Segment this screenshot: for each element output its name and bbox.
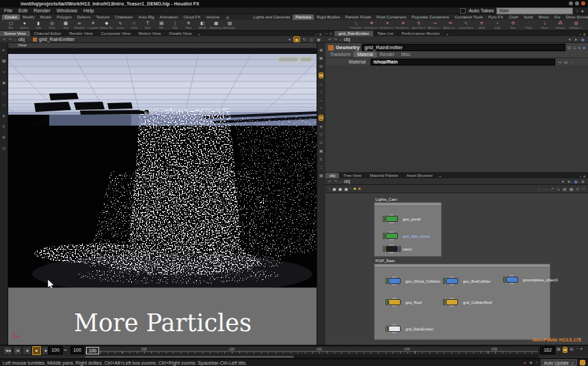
memory-status-icon[interactable]	[580, 360, 585, 365]
close-button[interactable]	[581, 1, 585, 5]
shelf-tool-button[interactable]: ✛Rivet	[182, 20, 196, 30]
transport-button[interactable]: ◀	[23, 346, 31, 355]
menu-file[interactable]: File	[4, 8, 12, 14]
menu-render[interactable]: Render	[34, 8, 51, 14]
render-flag[interactable]	[401, 299, 403, 305]
material-path-field[interactable]	[371, 59, 555, 66]
path-dropdown-icon[interactable]: ▾	[568, 37, 572, 42]
transport-button[interactable]: |◀◀	[3, 346, 12, 355]
shelf-tool-button[interactable]: ○Circle	[127, 20, 141, 30]
shelf-tool-button[interactable]: ·Point	[521, 20, 537, 30]
pane-tab[interactable]: Channel Editor	[30, 31, 66, 36]
network-tool-icon[interactable]: ■	[358, 186, 361, 191]
toolbar-icon[interactable]: ▦	[2, 59, 6, 64]
help-icon[interactable]: ●	[578, 46, 581, 50]
back-icon[interactable]: ↶	[328, 37, 332, 42]
shelf-tab[interactable]: Solid	[521, 14, 535, 20]
shelf-tool-button[interactable]: ｜Null	[168, 20, 182, 30]
display-flag[interactable]	[386, 299, 388, 305]
pane-tab[interactable]: Tree View	[339, 173, 366, 178]
network-tool-icon[interactable]: □	[582, 186, 585, 191]
refresh-icon[interactable]: ↻	[302, 37, 307, 42]
shelf-tool-button[interactable]: ＼Fireworks	[348, 20, 364, 30]
shelf-tool-button[interactable]: ↯Axis Force	[411, 20, 427, 30]
shelf-tool-button[interactable]: ▤File	[155, 20, 168, 30]
shelf-tool-button[interactable]: ≈Drag	[490, 20, 505, 30]
network-node[interactable]: grid_light_boxes	[383, 232, 430, 240]
shelf-tool-button[interactable]: ◍Collision I...	[568, 20, 584, 30]
range-start-field[interactable]: 100	[70, 346, 84, 354]
network-node[interactable]: grid_ColliderRoof	[443, 298, 492, 306]
take-select[interactable]: Main	[496, 8, 573, 14]
shelf-tool-button[interactable]: ↬Attract to...	[442, 20, 458, 30]
network-tool-icon[interactable]: ↗	[550, 186, 554, 191]
toolbar-icon[interactable]: ◇	[2, 102, 5, 107]
takes-menu-icon[interactable]: ◈	[580, 8, 584, 13]
network-node[interactable]: geo_Ghost_Collision	[386, 277, 440, 285]
menu-help[interactable]: Help	[83, 8, 94, 14]
network-tool-icon[interactable]: ↘	[557, 186, 560, 191]
op-chooser-icon[interactable]: ⊡	[564, 59, 567, 64]
range-end-field[interactable]: 162	[540, 346, 555, 354]
pane-tab[interactable]: Composite View	[97, 31, 135, 36]
toolbar-icon[interactable]: ◉	[2, 81, 5, 85]
pane-tab[interactable]: Material Palette	[366, 173, 403, 178]
pane-pin-icon[interactable]: ▪	[327, 31, 328, 36]
shelf-tool-button[interactable]: ▮Tube	[31, 20, 45, 30]
node-icon[interactable]	[386, 246, 398, 252]
shelf-tab[interactable]: Cloth	[506, 14, 521, 20]
render-flag[interactable]	[459, 299, 461, 305]
parameter-tab[interactable]: Material	[353, 51, 376, 57]
shelf-tab[interactable]: Model	[38, 14, 54, 20]
display-flag[interactable]	[443, 299, 445, 305]
shelf-tool-button[interactable]: ▩Geometry...	[209, 20, 223, 30]
path-dropdown-icon[interactable]: ▾	[561, 179, 565, 184]
render-flag[interactable]	[399, 246, 401, 252]
pane-tab[interactable]: Take List	[373, 31, 398, 36]
network-tool-icon[interactable]: ▣	[332, 186, 336, 191]
shelf-tool-button[interactable]: ≋Wind	[474, 20, 490, 30]
shelf-tool-button[interactable]: ▦Grid	[59, 20, 72, 30]
audio-icon[interactable]: ◄	[529, 361, 533, 365]
display-option-icon[interactable]: *	[320, 107, 321, 111]
toolbar-icon[interactable]: □	[3, 92, 5, 96]
toolbar-icon[interactable]: ▲	[2, 113, 6, 118]
menu-windows[interactable]: Windows	[57, 8, 77, 14]
shelf-tab[interactable]: Auto Rig	[135, 14, 157, 20]
display-flag[interactable]	[383, 246, 385, 252]
shelf-tab[interactable]: Rigid Bodies	[314, 14, 343, 20]
shelf-tool-button[interactable]: TFont	[141, 20, 155, 30]
forward-icon[interactable]: ↷	[8, 37, 12, 42]
node-name-field[interactable]	[362, 44, 565, 51]
layout-icon[interactable]: ▣	[316, 37, 321, 42]
render-flag[interactable]	[401, 326, 403, 332]
shelf-tab[interactable]: Create	[2, 14, 20, 20]
network-box-pop-rain[interactable]: POP_Rain ▫ geo_Ghost_Collisiongeo_BedCol…	[374, 264, 550, 340]
shelf-tool-button[interactable]: ∞Metaball	[72, 20, 86, 30]
playbar-option-icon[interactable]: ◔	[576, 347, 578, 353]
shelf-tool-button[interactable]: ↝Attract st...	[427, 20, 442, 30]
shelf-tool-button[interactable]: ⇣Force	[537, 20, 552, 30]
network-tool-icon[interactable]: ▦	[570, 186, 574, 191]
shelf-tool-button[interactable]: ✷Particles fr...	[364, 20, 379, 30]
auto-takes-checkbox[interactable]	[460, 8, 466, 14]
jump-icon[interactable]: ➤	[574, 37, 578, 42]
playbar-option-icon[interactable]: ▤	[570, 347, 574, 353]
network-tool-icon[interactable]: ⊙	[576, 186, 579, 191]
parameter-tab[interactable]: Transform	[327, 51, 353, 57]
shelf-tool-button[interactable]: ▨Geometry...	[223, 20, 237, 30]
network-node[interactable]: geo_portal	[383, 215, 420, 223]
display-option-icon[interactable]: ~	[320, 98, 323, 103]
breadcrumb-node[interactable]: grid_RainEmitter	[39, 37, 75, 42]
pane-tab[interactable]: Performance Monitor	[397, 31, 444, 36]
back-icon[interactable]: ↶	[328, 179, 332, 184]
display-option-icon[interactable]: ⊙	[319, 141, 323, 145]
display-option-icon[interactable]: ⊞	[319, 64, 323, 69]
network-tool-icon[interactable]: ⋯	[544, 186, 548, 191]
render-flag[interactable]	[519, 277, 521, 283]
display-option-icon[interactable]: ▦	[319, 72, 324, 79]
shelf-tool-button[interactable]: ⁂Interact	[552, 20, 568, 30]
shelf-tab[interactable]: Particle Fluids	[343, 14, 374, 20]
network-node[interactable]: groundplane_object1	[503, 276, 558, 283]
shelf-tool-button[interactable]: ✶Particles fr...	[379, 20, 395, 30]
